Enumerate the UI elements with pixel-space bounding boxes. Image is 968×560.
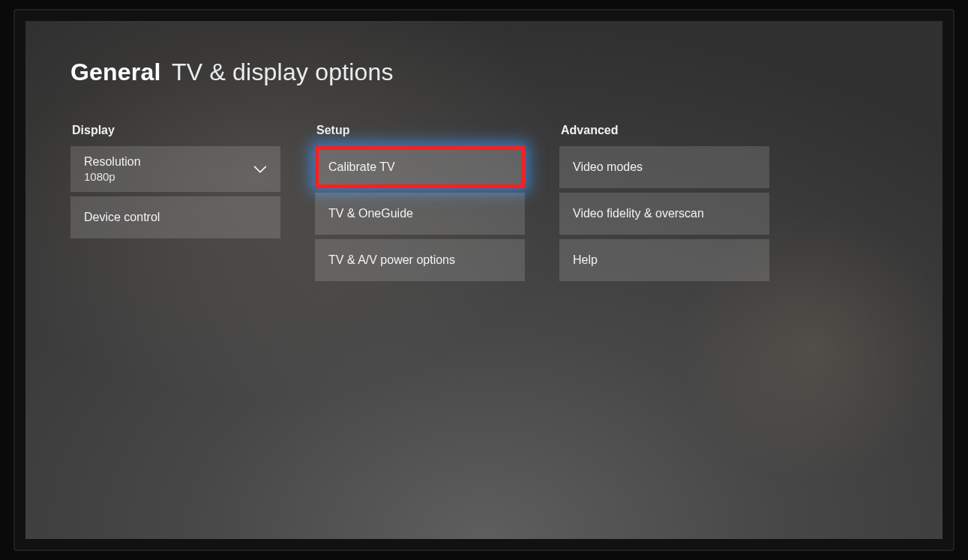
column-setup: Setup Calibrate TV TV & OneGuide TV & A/… [315,124,525,286]
page-title-page: TV & display options [172,58,394,85]
tv-oneguide-button[interactable]: TV & OneGuide [315,193,525,235]
page-title: General TV & display options [70,58,898,86]
help-button[interactable]: Help [559,239,769,281]
column-advanced: Advanced Video modes Video fidelity & ov… [559,124,769,286]
device-control-label: Device control [84,211,160,224]
resolution-value: 1080p [84,170,115,183]
column-display: Display Resolution 1080p Device control [70,124,280,286]
chevron-down-icon [252,161,268,178]
calibrate-tv-button[interactable]: Calibrate TV [315,146,525,188]
calibrate-tv-label: Calibrate TV [328,160,395,174]
video-fidelity-overscan-button[interactable]: Video fidelity & overscan [559,193,769,235]
tv-av-power-label: TV & A/V power options [328,253,455,267]
help-label: Help [573,253,598,267]
tv-bezel: General TV & display options Display Res… [13,9,955,551]
video-modes-button[interactable]: Video modes [559,146,769,188]
device-control-button[interactable]: Device control [70,196,280,238]
settings-columns: Display Resolution 1080p Device control [70,124,898,286]
page-title-section: General [70,58,161,85]
section-label-setup: Setup [315,124,525,137]
section-label-display: Display [70,124,280,137]
resolution-label: Resolution [84,155,141,169]
video-modes-label: Video modes [573,160,643,174]
resolution-dropdown[interactable]: Resolution 1080p [70,146,280,192]
tv-av-power-button[interactable]: TV & A/V power options [315,239,525,281]
tv-oneguide-label: TV & OneGuide [328,207,413,220]
video-fidelity-overscan-label: Video fidelity & overscan [573,207,704,220]
settings-screen: General TV & display options Display Res… [25,21,943,539]
section-label-advanced: Advanced [559,124,769,137]
